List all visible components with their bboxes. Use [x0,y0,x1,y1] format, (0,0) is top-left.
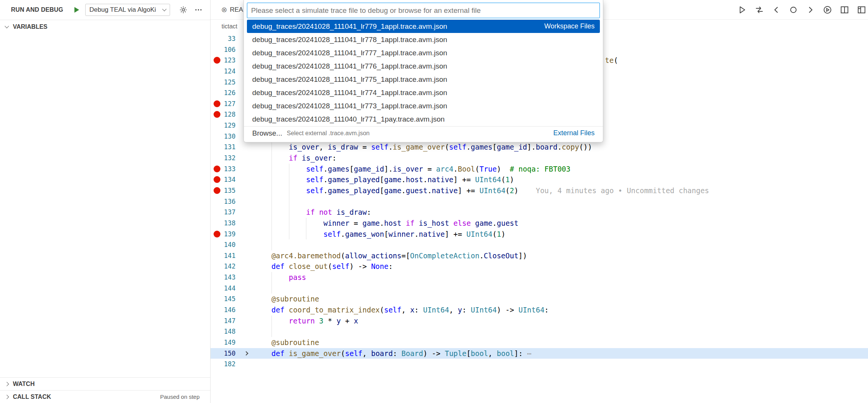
breakpoint-gutter[interactable] [211,272,223,283]
fold-gutter[interactable] [240,348,254,359]
gear-icon[interactable] [178,5,188,15]
code-line-content[interactable]: @subroutine [254,294,868,305]
navigate-back-icon[interactable] [771,5,781,15]
line-number[interactable]: 133 [223,164,240,175]
code-line-content[interactable]: def coord_to_matrix_index(self, x: UInt6… [254,305,868,316]
breakpoint-dot[interactable] [214,111,220,118]
breakpoint-gutter[interactable] [211,44,223,55]
breakpoint-gutter[interactable] [211,261,223,272]
breakpoint-gutter[interactable] [211,33,223,44]
editor-layout-icon[interactable] [857,5,866,15]
breakpoint-gutter[interactable] [211,164,223,175]
fold-gutter[interactable] [240,185,254,196]
code-line-content[interactable]: def close_out(self) -> None: [254,261,868,272]
line-number[interactable]: 123 [223,55,240,66]
line-number[interactable]: 140 [223,239,240,250]
breakpoint-gutter[interactable] [211,348,223,359]
line-number[interactable]: 143 [223,272,240,283]
fold-gutter[interactable] [240,164,254,175]
line-number[interactable]: 130 [223,131,240,142]
breakpoint-gutter[interactable] [211,142,223,153]
fold-chevron-icon[interactable] [244,351,248,355]
breakpoint-gutter[interactable] [211,316,223,326]
fold-gutter[interactable] [240,207,254,218]
breakpoint-gutter[interactable] [211,207,223,218]
code-line-content[interactable]: @subroutine [254,337,868,348]
code-line-content[interactable]: pass [254,272,868,283]
fold-gutter[interactable] [240,174,254,185]
breakpoint-gutter[interactable] [211,66,223,77]
line-number[interactable]: 127 [223,98,240,109]
line-number[interactable]: 146 [223,305,240,316]
code-line-content[interactable] [254,196,868,207]
quick-pick-input[interactable] [247,3,600,18]
fold-gutter[interactable] [240,196,254,207]
breakpoint-dot[interactable] [214,100,220,107]
line-number[interactable]: 139 [223,229,240,240]
breakpoint-gutter[interactable] [211,87,223,98]
fold-gutter[interactable] [240,218,254,229]
fold-gutter[interactable] [240,316,254,326]
code-line-content[interactable]: self.games_played[game.host.native] += U… [254,174,868,185]
breakpoint-gutter[interactable] [211,337,223,348]
breakpoint-gutter[interactable] [211,283,223,294]
breakpoint-gutter[interactable] [211,326,223,337]
quick-pick-browse-row[interactable]: Browse... Select external .trace.avm.jso… [247,127,600,140]
code-line-content[interactable] [254,326,868,337]
fold-gutter[interactable] [240,250,254,261]
breakpoint-gutter[interactable] [211,294,223,305]
line-number[interactable]: 144 [223,283,240,294]
line-number[interactable]: 106 [223,44,240,55]
code-line-content[interactable]: self.games_played[game.guest.native] += … [254,185,868,196]
line-number[interactable]: 131 [223,142,240,153]
breakpoint-gutter[interactable] [211,109,223,120]
navigate-forward-icon[interactable] [806,5,815,15]
line-number[interactable]: 149 [223,337,240,348]
variables-section-header[interactable]: VARIABLES [0,20,210,33]
quick-pick-item[interactable]: debug_traces/20241028_111041_lr776_1appl… [247,59,600,73]
call-stack-section-header[interactable]: CALL STACK Paused on step [0,390,210,403]
fold-gutter[interactable] [240,272,254,283]
quick-pick-item[interactable]: debug_traces/20241028_111041_lr774_1appl… [247,86,600,99]
code-line-content[interactable] [254,359,868,370]
quick-pick-item[interactable]: debug_traces/20241028_111041_lr779_1appl… [247,20,600,33]
fold-gutter[interactable] [240,305,254,316]
line-number[interactable]: 134 [223,174,240,185]
quick-pick-item[interactable]: debug_traces/20241028_111041_lr777_1appl… [247,46,600,59]
more-actions-icon[interactable] [194,5,203,15]
fold-gutter[interactable] [240,337,254,348]
code-line-content[interactable]: self.games[game_id].is_over = arc4.Bool(… [254,164,868,175]
breakpoint-gutter[interactable] [211,218,223,229]
breakpoint-dot[interactable] [214,176,220,183]
code-line-content[interactable]: if is_over: [254,153,868,164]
line-number[interactable]: 124 [223,66,240,77]
line-number[interactable]: 135 [223,185,240,196]
line-number[interactable]: 138 [223,218,240,229]
fold-gutter[interactable] [240,239,254,250]
code-line-content[interactable]: @arc4.baremethod(allow_actions=[OnComple… [254,250,868,261]
line-number[interactable]: 125 [223,77,240,88]
record-icon[interactable] [788,5,798,15]
breakpoint-gutter[interactable] [211,153,223,164]
code-line-content[interactable] [254,283,868,294]
split-editor-icon[interactable] [840,5,849,15]
code-line-content[interactable]: def is_game_over(self, board: Board) -> … [254,348,868,359]
debug-config-dropdown[interactable]: Debug TEAL via AlgoKi [85,4,170,16]
breakpoint-dot[interactable] [214,231,220,237]
line-number[interactable]: 147 [223,316,240,326]
breakpoint-gutter[interactable] [211,131,223,142]
run-below-icon[interactable] [823,5,832,15]
quick-pick-item[interactable]: debug_traces/20241028_111041_lr773_1appl… [247,99,600,112]
line-number[interactable]: 142 [223,261,240,272]
code-line-content[interactable]: if not is_draw: [254,207,868,218]
code-line-content[interactable]: winner = game.host if is_host else game.… [254,218,868,229]
breakpoint-gutter[interactable] [211,185,223,196]
breakpoint-gutter[interactable] [211,239,223,250]
breakpoint-gutter[interactable] [211,250,223,261]
breakpoint-dot[interactable] [214,57,220,64]
fold-gutter[interactable] [240,142,254,153]
code-line-content[interactable] [254,239,868,250]
quick-pick-item[interactable]: debug_traces/20241028_111041_lr778_1appl… [247,33,600,46]
line-number[interactable]: 141 [223,250,240,261]
code-line-content[interactable]: is_over, is_draw = self.is_game_over(sel… [254,142,868,153]
